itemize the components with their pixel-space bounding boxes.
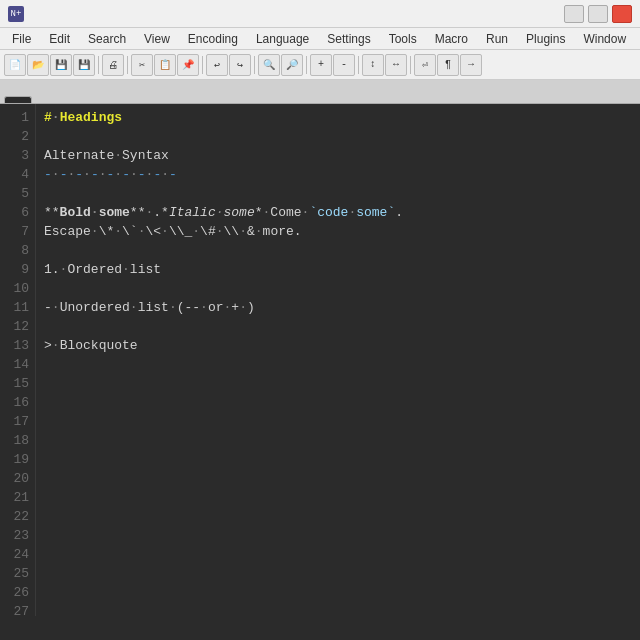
menu-language[interactable]: Language bbox=[248, 30, 317, 48]
menu-search[interactable]: Search bbox=[80, 30, 134, 48]
toolbar-sep-6 bbox=[358, 56, 359, 74]
menu-edit[interactable]: Edit bbox=[41, 30, 78, 48]
sync-h-button[interactable]: ↔ bbox=[385, 54, 407, 76]
menu-encoding[interactable]: Encoding bbox=[180, 30, 246, 48]
title-bar-controls bbox=[564, 5, 632, 23]
cut-button[interactable]: ✂ bbox=[131, 54, 153, 76]
line-num: 21 bbox=[6, 488, 29, 507]
code-line-13: >·Blockquote bbox=[44, 336, 632, 355]
code-editor[interactable]: #·Headings Alternate·Syntax -·-·-·-·-·-·… bbox=[36, 104, 640, 616]
title-bar: N+ bbox=[0, 0, 640, 28]
line-num: 19 bbox=[6, 450, 29, 469]
line-num: 2 bbox=[6, 127, 29, 146]
code-line-14 bbox=[44, 355, 632, 374]
menu-settings[interactable]: Settings bbox=[319, 30, 378, 48]
code-line-3: Alternate·Syntax bbox=[44, 146, 632, 165]
title-bar-left: N+ bbox=[8, 6, 30, 22]
code-line-10 bbox=[44, 279, 632, 298]
print-button[interactable]: 🖨 bbox=[102, 54, 124, 76]
line-num: 15 bbox=[6, 374, 29, 393]
line-num: 27 bbox=[6, 602, 29, 616]
line-num: 5 bbox=[6, 184, 29, 203]
code-line-12 bbox=[44, 317, 632, 336]
wrap-button[interactable]: ⏎ bbox=[414, 54, 436, 76]
line-num: 3 bbox=[6, 146, 29, 165]
line-num: 9 bbox=[6, 260, 29, 279]
line-numbers: 1 2 3 4 5 6 7 8 9 10 11 12 13 14 15 16 1… bbox=[0, 104, 36, 616]
menu-window[interactable]: Window bbox=[575, 30, 634, 48]
minimize-button[interactable] bbox=[564, 5, 584, 23]
line-num: 13 bbox=[6, 336, 29, 355]
code-line-1: #·Headings bbox=[44, 108, 632, 127]
menu-bar: File Edit Search View Encoding Language … bbox=[0, 28, 640, 50]
maximize-button[interactable] bbox=[588, 5, 608, 23]
line-num: 11 bbox=[6, 298, 29, 317]
line-num: 8 bbox=[6, 241, 29, 260]
find-button[interactable]: 🔍 bbox=[258, 54, 280, 76]
line-num: 17 bbox=[6, 412, 29, 431]
menu-tools[interactable]: Tools bbox=[381, 30, 425, 48]
code-line-11: -·Unordered·list·(--·or·+·) bbox=[44, 298, 632, 317]
line-num: 24 bbox=[6, 545, 29, 564]
paste-button[interactable]: 📌 bbox=[177, 54, 199, 76]
menu-view[interactable]: View bbox=[136, 30, 178, 48]
close-button[interactable] bbox=[612, 5, 632, 23]
code-line-6: **Bold·some**·.*Italic·some*·Come·`code·… bbox=[44, 203, 632, 222]
line-num: 22 bbox=[6, 507, 29, 526]
line-num: 20 bbox=[6, 469, 29, 488]
toolbar-sep-7 bbox=[410, 56, 411, 74]
redo-button[interactable]: ↪ bbox=[229, 54, 251, 76]
line-num: 4 bbox=[6, 165, 29, 184]
menu-run[interactable]: Run bbox=[478, 30, 516, 48]
save-all-button[interactable]: 💾 bbox=[73, 54, 95, 76]
line-num: 18 bbox=[6, 431, 29, 450]
tab-bar bbox=[0, 80, 640, 104]
sync-v-button[interactable]: ↕ bbox=[362, 54, 384, 76]
tab-file[interactable] bbox=[4, 96, 32, 103]
open-button[interactable]: 📂 bbox=[27, 54, 49, 76]
code-line-5 bbox=[44, 184, 632, 203]
toolbar: 📄 📂 💾 💾 🖨 ✂ 📋 📌 ↩ ↪ 🔍 🔎 + - ↕ ↔ ⏎ ¶ → bbox=[0, 50, 640, 80]
toolbar-sep-5 bbox=[306, 56, 307, 74]
new-button[interactable]: 📄 bbox=[4, 54, 26, 76]
line-num: 26 bbox=[6, 583, 29, 602]
code-line-8 bbox=[44, 241, 632, 260]
editor-area: 1 2 3 4 5 6 7 8 9 10 11 12 13 14 15 16 1… bbox=[0, 104, 640, 616]
app-icon: N+ bbox=[8, 6, 24, 22]
line-num: 14 bbox=[6, 355, 29, 374]
toolbar-sep-2 bbox=[127, 56, 128, 74]
save-button[interactable]: 💾 bbox=[50, 54, 72, 76]
copy-button[interactable]: 📋 bbox=[154, 54, 176, 76]
menu-plugins[interactable]: Plugins bbox=[518, 30, 573, 48]
zoom-out-button[interactable]: - bbox=[333, 54, 355, 76]
line-num: 16 bbox=[6, 393, 29, 412]
line-num: 25 bbox=[6, 564, 29, 583]
find-replace-button[interactable]: 🔎 bbox=[281, 54, 303, 76]
code-line-4: -·-·-·-·-·-·-·-·- bbox=[44, 165, 632, 184]
menu-help[interactable]: ? bbox=[636, 30, 640, 48]
code-line-7: Escape·\*·\`·\<·\\_·\#·\\·&·more. bbox=[44, 222, 632, 241]
menu-macro[interactable]: Macro bbox=[427, 30, 476, 48]
line-num: 23 bbox=[6, 526, 29, 545]
toolbar-sep-1 bbox=[98, 56, 99, 74]
line-num: 6 bbox=[6, 203, 29, 222]
line-num: 1 bbox=[6, 108, 29, 127]
undo-button[interactable]: ↩ bbox=[206, 54, 228, 76]
menu-file[interactable]: File bbox=[4, 30, 39, 48]
line-num: 10 bbox=[6, 279, 29, 298]
indent-button[interactable]: → bbox=[460, 54, 482, 76]
zoom-in-button[interactable]: + bbox=[310, 54, 332, 76]
line-num: 12 bbox=[6, 317, 29, 336]
line-num: 7 bbox=[6, 222, 29, 241]
code-line-2 bbox=[44, 127, 632, 146]
toolbar-sep-4 bbox=[254, 56, 255, 74]
code-line-9: 1.·Ordered·list bbox=[44, 260, 632, 279]
all-chars-button[interactable]: ¶ bbox=[437, 54, 459, 76]
toolbar-sep-3 bbox=[202, 56, 203, 74]
